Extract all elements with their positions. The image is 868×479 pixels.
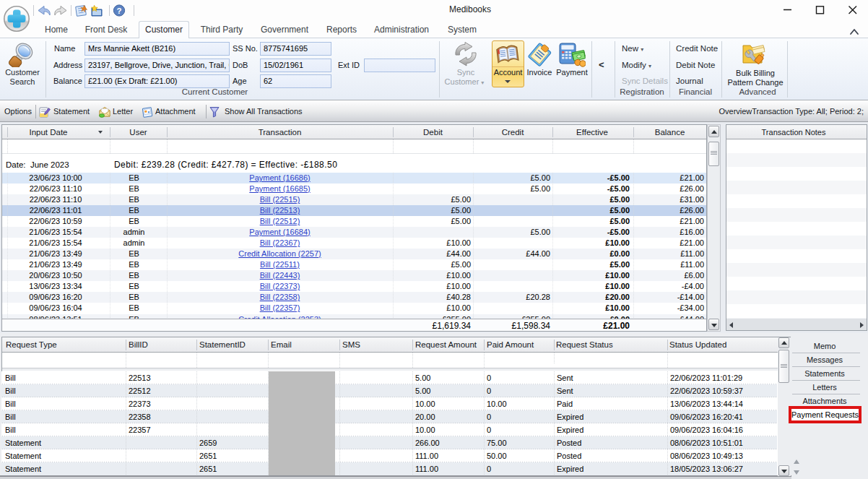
svg-text:?: ?	[116, 7, 121, 15]
